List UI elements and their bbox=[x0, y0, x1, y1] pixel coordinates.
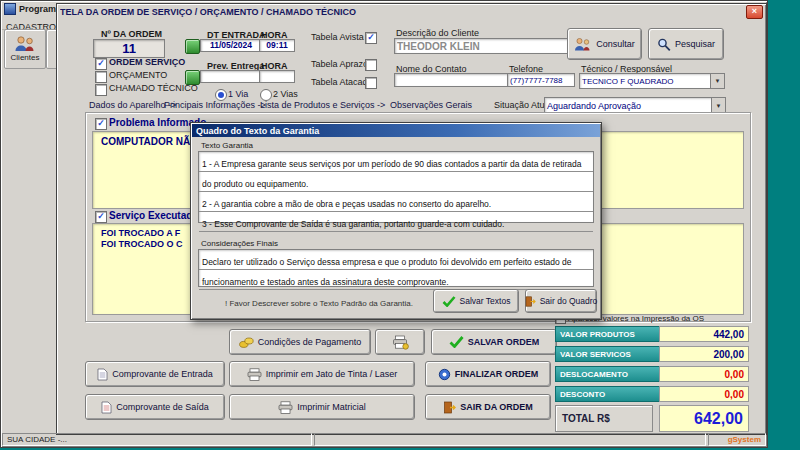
checkbox-chamado-tecnico[interactable] bbox=[95, 84, 107, 96]
client-label: Descrição do Cliente bbox=[396, 28, 479, 38]
valor-produtos-label: VALOR PRODUTOS bbox=[555, 326, 661, 342]
checkbox-problema-informado[interactable]: ✓ bbox=[95, 118, 107, 130]
tab-principais-informacoes[interactable]: Principais Informações -> bbox=[164, 100, 266, 110]
search-icon bbox=[657, 38, 671, 51]
technician-combobox[interactable]: TECNICO F QUADRADO ▼ bbox=[579, 73, 725, 89]
servico-executado-label: Serviço Executado: bbox=[109, 210, 202, 221]
warranty-line: 2 - A garantia cobre a mão de obra e peç… bbox=[199, 192, 593, 212]
valor-produtos-value: 442,00 bbox=[659, 326, 749, 342]
imprimir-jato-button[interactable]: Imprimir em Jato de Tinta / Laser bbox=[229, 361, 415, 387]
desktop: Programa A... CADASTROS Clientes bbox=[0, 0, 800, 450]
texto-garantia-memo[interactable]: 1 - A Empresa garante seus serviços por … bbox=[198, 151, 594, 223]
checkbox-tabela-aprazo[interactable] bbox=[365, 59, 377, 71]
warranty-line: do produto ou equipamento. bbox=[199, 172, 593, 192]
sair-quadro-label: Sair do Quadro bbox=[540, 296, 598, 306]
checkbox-servico-executado[interactable]: ✓ bbox=[95, 211, 107, 223]
consult-people-icon bbox=[574, 38, 592, 51]
imprimir-jato-label: Imprimir em Jato de Tinta / Laser bbox=[266, 369, 398, 379]
document-icon bbox=[101, 401, 112, 414]
contact-input[interactable] bbox=[394, 73, 508, 87]
chevron-down-icon[interactable]: ▼ bbox=[711, 98, 725, 113]
pesquisar-button[interactable]: Pesquisar bbox=[648, 28, 724, 60]
statusbar: SUA CIDADE -... gSystem bbox=[2, 433, 766, 446]
dialog-title: Quadro do Texto da Garantia bbox=[196, 126, 319, 136]
toolbar-button-clientes[interactable]: Clientes bbox=[4, 29, 46, 69]
order-titlebar: TELA DA ORDEM DE SERVIÇO / ORÇAMENTO / C… bbox=[58, 5, 765, 18]
green-check-icon bbox=[442, 296, 456, 307]
checkbox-tabela-atacado[interactable] bbox=[365, 77, 377, 89]
warranty-hint: ! Favor Descrever sobre o Texto Padrão d… bbox=[225, 299, 413, 308]
tab-produtos-servicos[interactable]: Lista de Produtos e Serviços -> bbox=[260, 100, 385, 110]
consideracoes-memo[interactable]: Declaro ter utilizado o Serviço dessa em… bbox=[198, 249, 594, 287]
finalizar-ordem-button[interactable]: FINALIZAR ORDEM bbox=[425, 361, 551, 387]
document-icon bbox=[97, 368, 108, 381]
entry-date-field[interactable]: 11/05/2024 bbox=[200, 39, 262, 52]
target-icon bbox=[438, 368, 451, 381]
delivery-date-field[interactable] bbox=[200, 70, 262, 83]
warranty-dialog: Quadro do Texto da Garantia Texto Garant… bbox=[190, 122, 602, 320]
app-icon bbox=[4, 3, 16, 15]
printer-icon bbox=[247, 368, 262, 381]
radio-2-vias-label: 2 Vias bbox=[273, 89, 298, 99]
imprimir-matricial-label: Imprimir Matricial bbox=[297, 402, 366, 412]
sair-quadro-button[interactable]: Sair do Quadro bbox=[525, 289, 597, 313]
warranty-line: 3 - Esse Comprovante de Saída é sua gara… bbox=[199, 212, 593, 232]
toolbar-clientes-label: Clientes bbox=[11, 53, 40, 62]
technician-value: TECNICO F QUADRADO bbox=[580, 76, 710, 87]
deslocamento-value: 0,00 bbox=[659, 366, 749, 382]
statusbar-brand: gSystem bbox=[708, 433, 766, 446]
checkbox-orcamento[interactable] bbox=[95, 71, 107, 83]
checkbox-ordem-servico[interactable]: ✓ bbox=[95, 58, 107, 70]
sair-ordem-label: SAIR DA ORDEM bbox=[460, 402, 533, 412]
condicoes-label: Condições de Pagamento bbox=[258, 337, 362, 347]
phone-input[interactable] bbox=[507, 73, 575, 87]
salvar-textos-button[interactable]: Salvar Textos bbox=[433, 289, 519, 313]
imprimir-matricial-button[interactable]: Imprimir Matricial bbox=[229, 394, 415, 420]
radio-1-via-label: 1 Via bbox=[228, 89, 248, 99]
close-icon[interactable]: × bbox=[746, 5, 763, 19]
comprovante-entrada-label: Comprovante de Entrada bbox=[112, 369, 213, 379]
condicoes-pagamento-button[interactable]: Condições de Pagamento bbox=[229, 329, 371, 355]
chevron-down-icon[interactable]: ▼ bbox=[710, 74, 724, 88]
print-payment-button[interactable] bbox=[375, 329, 425, 355]
tab-observacoes-gerais[interactable]: Observações Gerais bbox=[390, 100, 472, 110]
exit-door-icon bbox=[525, 296, 536, 307]
valor-servicos-value: 200,00 bbox=[659, 346, 749, 362]
consultar-label: Consultar bbox=[596, 39, 635, 49]
warranty-line: 1 - A Empresa garante seus serviços por … bbox=[199, 152, 593, 172]
pesquisar-label: Pesquisar bbox=[675, 39, 715, 49]
delivery-hour-field[interactable] bbox=[259, 70, 295, 83]
comprovante-saida-button[interactable]: Comprovante de Saída bbox=[85, 394, 225, 420]
comprovante-saida-label: Comprovante de Saída bbox=[116, 402, 209, 412]
final-line: Declaro ter utilizado o Serviço dessa em… bbox=[199, 250, 593, 270]
salvar-ordem-label: SALVAR ORDEM bbox=[468, 337, 540, 347]
final-line: funcionamento e testado antes da assinat… bbox=[199, 270, 593, 290]
order-number-label: Nº DA ORDEM bbox=[101, 29, 162, 39]
dialog-titlebar: Quadro do Texto da Garantia bbox=[192, 124, 600, 137]
salvar-ordem-button[interactable]: SALVAR ORDEM bbox=[431, 329, 557, 355]
checkbox-tabela-avista[interactable]: ✓ bbox=[365, 32, 377, 44]
desconto-label: DESCONTO bbox=[555, 386, 661, 402]
coins-icon bbox=[239, 337, 254, 348]
chamado-tecnico-label: CHAMADO TÉCNICO bbox=[109, 83, 198, 93]
statusbar-spacer bbox=[314, 433, 706, 446]
salvar-textos-label: Salvar Textos bbox=[460, 296, 511, 306]
entry-hour-field[interactable]: 09:11 bbox=[259, 39, 295, 52]
orcamento-label: ORÇAMENTO bbox=[109, 70, 167, 80]
printer-icon bbox=[278, 401, 293, 414]
order-number-value: 11 bbox=[93, 39, 165, 58]
tabela-avista-label: Tabela Avista bbox=[311, 32, 364, 42]
ordem-servico-label: ORDEM SERVIÇO bbox=[109, 57, 185, 67]
printer-money-icon bbox=[392, 335, 409, 350]
green-check-icon bbox=[449, 336, 464, 348]
client-input[interactable] bbox=[394, 38, 568, 54]
sair-ordem-button[interactable]: SAIR DA ORDEM bbox=[425, 394, 551, 420]
comprovante-entrada-button[interactable]: Comprovante de Entrada bbox=[85, 361, 225, 387]
total-value: 642,00 bbox=[659, 405, 749, 432]
calendar-icon[interactable] bbox=[185, 39, 200, 54]
exit-door-icon bbox=[443, 401, 456, 414]
finalizar-ordem-label: FINALIZAR ORDEM bbox=[455, 369, 539, 379]
status-value: Aguardando Aprovação bbox=[545, 100, 711, 112]
consultar-button[interactable]: Consultar bbox=[567, 28, 642, 60]
statusbar-location: SUA CIDADE -... bbox=[2, 433, 312, 446]
